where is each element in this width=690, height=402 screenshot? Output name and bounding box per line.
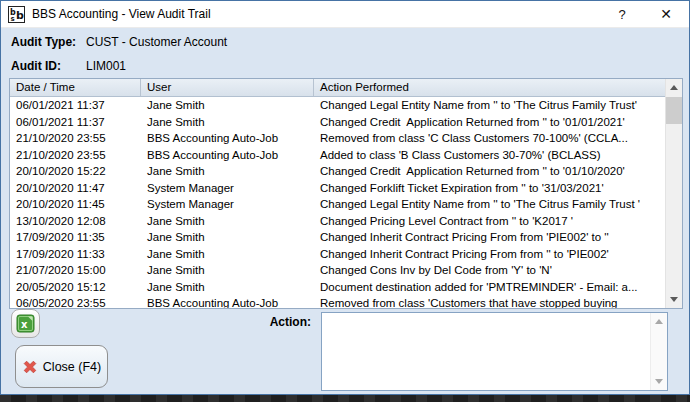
cell-action: Changed Forklift Ticket Expiration from … (314, 182, 665, 194)
cell-action: Changed Cons Inv by Del Code from 'Y' to… (314, 264, 665, 276)
audit-type-value: CUST - Customer Account (86, 35, 227, 49)
cell-datetime: 21/10/2020 23:55 (10, 132, 141, 144)
cell-user: Jane Smith (141, 165, 314, 177)
cell-datetime: 06/01/2021 11:37 (10, 99, 141, 111)
scroll-down-icon[interactable] (651, 373, 667, 390)
table-body: 06/01/2021 11:37 Jane Smith Changed Lega… (10, 97, 665, 308)
audit-type-label: Audit Type: (11, 35, 76, 49)
svg-text:b: b (16, 9, 24, 22)
cell-datetime: 17/09/2020 11:35 (10, 231, 141, 243)
cell-user: Jane Smith (141, 281, 314, 293)
action-textarea[interactable] (322, 313, 650, 390)
export-to-excel-button[interactable]: x (11, 309, 40, 338)
cell-user: Jane Smith (141, 116, 314, 128)
cell-datetime: 20/10/2020 15:22 (10, 165, 141, 177)
cell-datetime: 17/09/2020 11:33 (10, 248, 141, 260)
cell-user: Jane Smith (141, 248, 314, 260)
scroll-up-icon[interactable] (666, 79, 682, 96)
table-row[interactable]: 20/05/2020 15:12 Jane Smith Document des… (10, 279, 665, 296)
scroll-down-icon[interactable] (666, 291, 682, 308)
svg-text:s: s (11, 15, 15, 23)
window-close-button[interactable]: ✕ (643, 1, 689, 27)
audit-trail-dialog: b s b BBS Accounting - View Audit Trail … (0, 0, 690, 395)
bbs-logo-icon: b s b (8, 6, 25, 23)
cell-action: Removed from class 'C Class Customers 70… (314, 132, 665, 144)
cell-datetime: 21/07/2020 15:00 (10, 264, 141, 276)
cell-user: Jane Smith (141, 215, 314, 227)
cell-action: Changed Legal Entity Name from '' to 'Th… (314, 99, 665, 111)
background-taskbar-strip (0, 395, 690, 402)
help-button[interactable]: ? (601, 1, 643, 27)
cell-action: Changed Inherit Contract Pricing From fr… (314, 231, 665, 243)
scroll-up-icon[interactable] (651, 313, 667, 330)
cell-user: BBS Accounting Auto-Job (141, 149, 314, 161)
cell-user: Jane Smith (141, 99, 314, 111)
window-title: BBS Accounting - View Audit Trail (32, 7, 601, 21)
action-detail-box (321, 312, 668, 391)
table-row[interactable]: 20/10/2020 11:45 System Manager Changed … (10, 196, 665, 213)
table-row[interactable]: 20/10/2020 15:22 Jane Smith Changed Cred… (10, 163, 665, 180)
cell-datetime: 20/10/2020 11:47 (10, 182, 141, 194)
red-x-icon (22, 359, 38, 375)
table-row[interactable]: 06/05/2020 23:55 BBS Accounting Auto-Job… (10, 295, 665, 308)
title-bar: b s b BBS Accounting - View Audit Trail … (1, 1, 689, 28)
cell-datetime: 20/10/2020 11:45 (10, 198, 141, 210)
audit-trail-table: Date / Time User Action Performed 06/01/… (9, 78, 683, 309)
cell-datetime: 06/01/2021 11:37 (10, 116, 141, 128)
column-header-user[interactable]: User (141, 79, 314, 96)
audit-id-label: Audit ID: (11, 59, 61, 73)
action-label: Action: (201, 315, 311, 329)
table-row[interactable]: 06/01/2021 11:37 Jane Smith Changed Cred… (10, 114, 665, 131)
table-row[interactable]: 20/10/2020 11:47 System Manager Changed … (10, 180, 665, 197)
table-header-row: Date / Time User Action Performed (10, 79, 665, 97)
column-header-datetime[interactable]: Date / Time (10, 79, 141, 96)
cell-action: Changed Pricing Level Contract from '' t… (314, 215, 665, 227)
table-vertical-scrollbar[interactable] (665, 79, 682, 308)
excel-export-icon: x (16, 314, 35, 333)
svg-text:x: x (21, 319, 28, 330)
cell-user: BBS Accounting Auto-Job (141, 132, 314, 144)
scrollbar-thumb[interactable] (666, 97, 682, 124)
close-button-label: Close (F4) (43, 360, 101, 374)
table-row[interactable]: 21/07/2020 15:00 Jane Smith Changed Cons… (10, 262, 665, 279)
cell-action: Changed Credit Application Returned from… (314, 165, 665, 177)
cell-action: Removed from class 'Customers that have … (314, 297, 665, 308)
table-row[interactable]: 17/09/2020 11:33 Jane Smith Changed Inhe… (10, 246, 665, 263)
cell-datetime: 20/05/2020 15:12 (10, 281, 141, 293)
cell-datetime: 06/05/2020 23:55 (10, 297, 141, 308)
table-row[interactable]: 13/10/2020 12:08 Jane Smith Changed Pric… (10, 213, 665, 230)
cell-user: System Manager (141, 198, 314, 210)
screen: b s b BBS Accounting - View Audit Trail … (0, 0, 690, 402)
cell-user: Jane Smith (141, 264, 314, 276)
table-row[interactable]: 17/09/2020 11:35 Jane Smith Changed Inhe… (10, 229, 665, 246)
cell-action: Changed Legal Entity Name from '' to 'Th… (314, 198, 665, 210)
cell-datetime: 21/10/2020 23:55 (10, 149, 141, 161)
cell-action: Added to class 'B Class Customers 30-70%… (314, 149, 665, 161)
table-content: Date / Time User Action Performed 06/01/… (10, 79, 665, 308)
table-row[interactable]: 06/01/2021 11:37 Jane Smith Changed Lega… (10, 97, 665, 114)
action-scrollbar[interactable] (650, 313, 667, 390)
table-row[interactable]: 21/10/2020 23:55 BBS Accounting Auto-Job… (10, 130, 665, 147)
column-header-action[interactable]: Action Performed (314, 79, 665, 96)
cell-user: Jane Smith (141, 231, 314, 243)
cell-user: BBS Accounting Auto-Job (141, 297, 314, 308)
cell-action: Changed Inherit Contract Pricing From fr… (314, 248, 665, 260)
cell-user: System Manager (141, 182, 314, 194)
cell-datetime: 13/10/2020 12:08 (10, 215, 141, 227)
audit-id-value: LIM001 (86, 59, 126, 73)
close-f4-button[interactable]: Close (F4) (15, 345, 108, 388)
cell-action: Changed Credit Application Returned from… (314, 116, 665, 128)
cell-action: Document destination added for 'PMTREMIN… (314, 281, 665, 293)
table-row[interactable]: 21/10/2020 23:55 BBS Accounting Auto-Job… (10, 147, 665, 164)
